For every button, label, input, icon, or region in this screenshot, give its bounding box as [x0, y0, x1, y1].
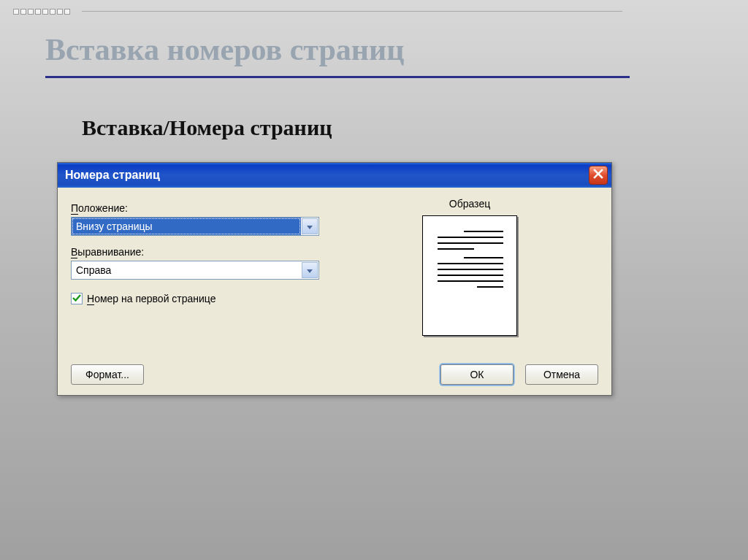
position-value: Внизу страницы — [72, 218, 301, 235]
chevron-down-icon — [307, 264, 313, 276]
sample-label: Образец — [341, 198, 598, 210]
alignment-dropdown-button[interactable] — [302, 262, 318, 278]
title-underline — [45, 76, 630, 78]
alignment-value: Справа — [72, 264, 301, 276]
controls-column: Положение: Внизу страницы Выравнивание: … — [71, 198, 319, 336]
position-combo[interactable]: Внизу страницы — [71, 217, 319, 236]
button-row: Формат... ОК Отмена — [71, 364, 598, 385]
titlebar[interactable]: Номера страниц — [58, 163, 611, 188]
page-numbers-dialog: Номера страниц Положение: Внизу страницы… — [57, 162, 612, 396]
position-dropdown-button[interactable] — [302, 218, 318, 234]
sample-preview — [422, 215, 517, 336]
dialog-body: Положение: Внизу страницы Выравнивание: … — [58, 188, 611, 346]
alignment-label: Выравнивание: — [71, 246, 319, 258]
firstpage-checkbox-row[interactable]: Номер на первой странице — [71, 293, 319, 304]
alignment-combo[interactable]: Справа — [71, 261, 319, 280]
close-icon — [593, 169, 603, 182]
format-button[interactable]: Формат... — [71, 364, 144, 385]
dialog-title: Номера страниц — [65, 169, 160, 182]
preview-column: Образец — [341, 198, 598, 336]
cancel-button[interactable]: Отмена — [525, 364, 598, 385]
close-button[interactable] — [589, 166, 608, 185]
slide-title: Вставка номеров страниц — [45, 32, 404, 67]
ok-button[interactable]: ОК — [440, 364, 514, 385]
slide-subtitle: Вставка/Номера страниц — [82, 115, 332, 140]
decorative-line — [82, 11, 622, 12]
firstpage-checkbox[interactable] — [71, 293, 83, 304]
chevron-down-icon — [307, 220, 313, 232]
decorative-squares — [13, 9, 70, 15]
firstpage-label: Номер на первой странице — [87, 293, 216, 304]
position-label: Положение: — [71, 202, 319, 214]
checkmark-icon — [72, 293, 81, 304]
